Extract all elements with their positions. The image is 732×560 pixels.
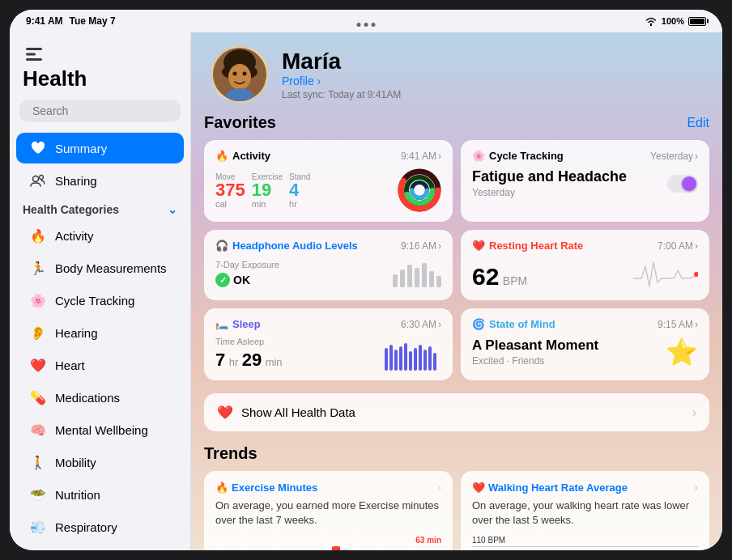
exercise-trend-chevron-icon: › xyxy=(437,481,441,494)
state-of-mind-card[interactable]: 🌀 State of Mind 9:15 AM › A Pleasant Mom… xyxy=(461,308,709,380)
headphone-card-time: 9:16 AM › xyxy=(401,240,441,252)
edit-button[interactable]: Edit xyxy=(687,116,709,130)
status-left: 9:41 AM Tue May 7 xyxy=(26,15,116,27)
sleep-card-header: 🛏️ Sleep 6:30 AM › xyxy=(215,318,441,330)
heart-rate-card-header: ❤️ Resting Heart Rate 7:00 AM › xyxy=(472,240,698,252)
svg-rect-37 xyxy=(419,345,422,371)
sleep-card[interactable]: 🛏️ Sleep 6:30 AM › Time Asleep xyxy=(204,308,453,380)
svg-rect-23 xyxy=(400,269,405,287)
activity-card-header: 🔥 Activity 9:41 AM › xyxy=(215,150,441,162)
headphone-card-icon: 🎧 xyxy=(215,240,228,252)
trends-grid: 🔥 Exercise Minutes › On average, you ear… xyxy=(204,471,709,550)
activity-card-time: 9:41 AM › xyxy=(401,151,441,162)
hearing-icon: 👂 xyxy=(29,324,47,342)
search-bar[interactable] xyxy=(19,100,181,122)
sleep-card-time: 6:30 AM › xyxy=(401,319,441,330)
sharing-label: Sharing xyxy=(55,174,97,188)
svg-rect-33 xyxy=(399,346,402,371)
state-card-header: 🌀 State of Mind 9:15 AM › xyxy=(472,318,698,330)
activity-card[interactable]: 🔥 Activity 9:41 AM › Move xyxy=(204,140,453,222)
sleep-chart xyxy=(385,342,441,371)
heart-rate-value-group: 62 BPM xyxy=(472,263,527,291)
svg-rect-0 xyxy=(26,48,42,50)
headphone-card-header: 🎧 Headphone Audio Levels 9:16 AM › xyxy=(215,240,441,252)
heart-rate-waveform xyxy=(633,258,698,291)
sidebar-item-heart[interactable]: ❤️ Heart xyxy=(16,350,184,380)
sidebar-item-summary[interactable]: Summary xyxy=(16,133,184,163)
mental-wellbeing-icon: 🧠 xyxy=(29,421,47,439)
exercise-minutes-trend[interactable]: 🔥 Exercise Minutes › On average, you ear… xyxy=(204,471,453,550)
heart-rate-card-icon: ❤️ xyxy=(472,240,485,252)
mobility-label: Mobility xyxy=(55,456,96,469)
sidebar-item-respiratory[interactable]: 💨 Respiratory xyxy=(16,511,184,542)
heart-rate-card-title: ❤️ Resting Heart Rate xyxy=(472,240,583,252)
profile-info: María Profile › Last sync: Today at 9:41… xyxy=(282,49,401,100)
headphone-card-title: 🎧 Headphone Audio Levels xyxy=(215,240,358,252)
sidebar-item-activity[interactable]: 🔥 Activity xyxy=(16,220,184,251)
mental-wellbeing-label: Mental Wellbeing xyxy=(55,423,148,437)
svg-rect-34 xyxy=(404,343,407,371)
heart-rate-card-time: 7:00 AM › xyxy=(658,240,698,252)
heart-show-all-icon: ❤️ xyxy=(217,405,233,420)
sidebar-collapse-button[interactable] xyxy=(23,45,45,63)
medications-label: Medications xyxy=(55,391,120,405)
svg-rect-26 xyxy=(422,263,427,287)
svg-rect-1 xyxy=(26,53,36,56)
app-title: Health xyxy=(10,66,190,91)
svg-rect-39 xyxy=(428,346,432,371)
cycle-symptom-info: Fatigue and Headache Yesterday xyxy=(472,168,627,198)
svg-rect-28 xyxy=(436,276,441,287)
sleep-card-icon: 🛏️ xyxy=(215,318,228,330)
body-measurements-icon: 🏃 xyxy=(29,259,47,277)
state-card-title: 🌀 State of Mind xyxy=(472,318,555,330)
medications-icon: 💊 xyxy=(29,388,47,406)
walking-hr-chart-area: 110 BPM 98 xyxy=(472,536,698,550)
walking-hr-header: ❤️ Walking Heart Rate Average › xyxy=(472,481,698,494)
sidebar-item-body-measurements[interactable]: 🏃 Body Measurements xyxy=(16,252,184,283)
nutrition-icon: 🥗 xyxy=(29,486,47,503)
sidebar-item-medications[interactable]: 💊 Medications xyxy=(16,382,184,413)
profile-header: María Profile › Last sync: Today at 9:41… xyxy=(191,32,722,113)
nutrition-label: Nutrition xyxy=(55,488,100,502)
activity-label: Activity xyxy=(55,229,94,243)
body-measurements-label: Body Measurements xyxy=(55,261,167,275)
health-categories-label: Health Categories xyxy=(23,203,119,216)
check-circle-icon: ✓ xyxy=(215,273,230,287)
status-day: Tue May 7 xyxy=(70,15,116,27)
cycle-card-icon: 🌸 xyxy=(472,150,485,162)
profile-link[interactable]: Profile › xyxy=(282,74,401,87)
summary-icon xyxy=(29,139,47,157)
headphone-audio-card[interactable]: 🎧 Headphone Audio Levels 9:16 AM › 7-Day… xyxy=(204,230,453,300)
bar-chart-highlight xyxy=(332,546,340,550)
walking-heart-rate-trend[interactable]: ❤️ Walking Heart Rate Average › On avera… xyxy=(461,471,709,550)
svg-point-8 xyxy=(40,176,44,180)
sidebar-item-mental-wellbeing[interactable]: 🧠 Mental Wellbeing xyxy=(16,414,184,445)
state-card-time: 9:15 AM › xyxy=(658,319,698,330)
cycle-toggle[interactable] xyxy=(667,175,698,193)
status-time: 9:41 AM xyxy=(26,15,63,27)
walking-hr-top-label: 110 BPM xyxy=(472,536,698,545)
content-scroll: Favorites Edit 🔥 Activity 9:41 AM xyxy=(191,113,722,550)
cycle-card-header: 🌸 Cycle Tracking Yesterday › xyxy=(472,150,698,162)
heart-label: Heart xyxy=(55,358,85,372)
svg-point-7 xyxy=(33,176,39,182)
sidebar-item-sleep[interactable]: 🛏️ Sleep xyxy=(16,544,184,550)
resting-heart-rate-card[interactable]: ❤️ Resting Heart Rate 7:00 AM › 62 xyxy=(461,230,709,300)
activity-stats: Move 375 cal Exercise 19 min xyxy=(215,172,398,209)
svg-rect-32 xyxy=(394,350,398,371)
cycle-tracking-icon: 🌸 xyxy=(29,291,47,309)
show-all-health-data[interactable]: ❤️ Show All Health Data › xyxy=(204,393,709,431)
avatar[interactable] xyxy=(211,45,269,104)
show-all-label: Show All Health Data xyxy=(241,405,684,419)
search-input[interactable] xyxy=(32,104,174,117)
wifi-icon xyxy=(645,16,658,26)
sidebar-item-mobility[interactable]: 🚶 Mobility xyxy=(16,447,184,477)
sidebar-item-hearing[interactable]: 👂 Hearing xyxy=(16,317,184,348)
sidebar-item-sharing[interactable]: Sharing xyxy=(16,165,184,196)
show-all-chevron-icon: › xyxy=(692,405,696,420)
svg-rect-36 xyxy=(414,348,417,371)
sidebar-item-nutrition[interactable]: 🥗 Nutrition xyxy=(16,479,184,510)
cycle-tracking-card[interactable]: 🌸 Cycle Tracking Yesterday › Fatigue and… xyxy=(461,140,709,222)
sidebar-item-cycle-tracking[interactable]: 🌸 Cycle Tracking xyxy=(16,285,184,316)
app-container: Health Sum xyxy=(10,32,722,550)
